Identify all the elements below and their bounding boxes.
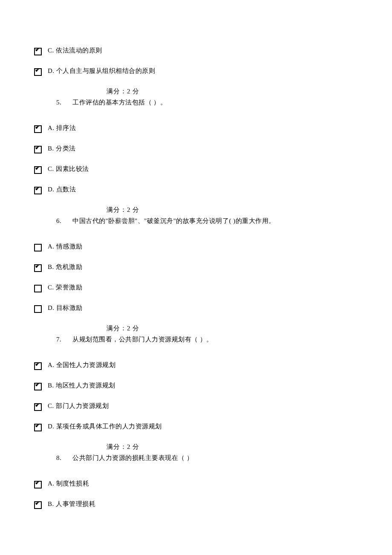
option-text: C. 因素比较法 [46, 164, 89, 174]
checkbox-checked-icon[interactable] [34, 383, 42, 390]
checkbox-unchecked-icon[interactable] [34, 244, 42, 251]
checkbox-checked-icon[interactable] [34, 501, 42, 509]
option-row: C. 因素比较法 [34, 164, 358, 174]
option-text: B. 人事管理损耗 [46, 499, 95, 509]
option-row: B. 人事管理损耗 [34, 499, 358, 509]
option-text: C. 部门人力资源规划 [46, 401, 109, 411]
question-line: 5.工作评估的基本方法包括（ ）。 [34, 97, 358, 107]
option-text: C. 依法流动的原则 [46, 45, 102, 55]
score-suffix: 分 [131, 206, 140, 213]
option-text: A. 制度性损耗 [46, 478, 89, 489]
question-text: 公共部门人力资源的损耗主要表现在（ ） [68, 454, 193, 461]
option-row: C. 依法流动的原则 [34, 45, 358, 55]
score-prefix: 满分： [107, 88, 127, 95]
checkbox-checked-icon[interactable] [34, 166, 42, 174]
question-text: 工作评估的基本方法包括（ ）。 [68, 99, 167, 106]
option-row: A. 排序法 [34, 123, 358, 133]
score-value: 2 [127, 443, 131, 450]
checkbox-checked-icon[interactable] [34, 424, 42, 431]
question-text: 从规划范围看，公共部门人力资源规划有（ ）。 [68, 336, 213, 343]
question-text: 中国古代的"卧薪尝胆"、"破釜沉舟"的故事充分说明了( )的重大作用。 [68, 217, 275, 224]
question-number: 6. [56, 216, 68, 226]
score-suffix: 分 [131, 325, 140, 332]
score-value: 2 [127, 88, 131, 95]
checkbox-checked-icon[interactable] [34, 125, 42, 133]
score-line: 满分：2 分 [34, 442, 358, 452]
checkbox-checked-icon[interactable] [34, 146, 42, 153]
score-prefix: 满分： [107, 443, 127, 450]
option-text: B. 危机激励 [46, 262, 82, 272]
option-row: B. 危机激励 [34, 262, 358, 272]
score-line: 满分：2 分 [34, 86, 358, 96]
question-line: 6.中国古代的"卧薪尝胆"、"破釜沉舟"的故事充分说明了( )的重大作用。 [34, 216, 358, 226]
checkbox-checked-icon[interactable] [34, 264, 42, 272]
option-row: B. 分类法 [34, 143, 358, 153]
option-row: A. 制度性损耗 [34, 478, 358, 489]
option-text: C. 荣誉激励 [46, 282, 82, 292]
score-value: 2 [127, 325, 131, 332]
score-line: 满分：2 分 [34, 205, 358, 215]
option-row: A. 情感激励 [34, 241, 358, 251]
option-row: C. 荣誉激励 [34, 282, 358, 292]
checkbox-checked-icon[interactable] [34, 403, 42, 411]
question-number: 7. [56, 334, 68, 344]
score-prefix: 满分： [107, 325, 127, 332]
option-row: D. 目标激励 [34, 303, 358, 313]
option-text: A. 全国性人力资源规划 [46, 360, 115, 370]
option-text: B. 地区性人力资源规划 [46, 380, 115, 390]
document-content: C. 依法流动的原则D. 个人自主与服从组织相结合的原则满分：2 分5.工作评估… [34, 45, 358, 509]
checkbox-checked-icon[interactable] [34, 187, 42, 194]
checkbox-checked-icon[interactable] [34, 68, 42, 76]
option-text: A. 排序法 [46, 123, 76, 133]
option-text: D. 个人自主与服从组织相结合的原则 [46, 66, 155, 76]
option-text: D. 目标激励 [46, 303, 83, 313]
question-line: 8.公共部门人力资源的损耗主要表现在（ ） [34, 453, 358, 463]
option-text: B. 分类法 [46, 143, 76, 153]
checkbox-checked-icon[interactable] [34, 481, 42, 489]
checkbox-checked-icon[interactable] [34, 362, 42, 370]
option-text: A. 情感激励 [46, 241, 83, 251]
option-row: D. 点数法 [34, 184, 358, 194]
score-value: 2 [127, 206, 131, 213]
option-text: D. 点数法 [46, 184, 76, 194]
option-row: B. 地区性人力资源规划 [34, 380, 358, 390]
score-suffix: 分 [131, 88, 140, 95]
question-number: 5. [56, 97, 68, 107]
option-row: D. 个人自主与服从组织相结合的原则 [34, 66, 358, 76]
option-row: C. 部门人力资源规划 [34, 401, 358, 411]
option-text: D. 某项任务或具体工作的人力资源规划 [46, 421, 162, 431]
score-line: 满分：2 分 [34, 323, 358, 333]
checkbox-unchecked-icon[interactable] [34, 285, 42, 292]
checkbox-checked-icon[interactable] [34, 48, 42, 55]
score-prefix: 满分： [107, 206, 127, 213]
score-suffix: 分 [131, 443, 140, 450]
question-line: 7.从规划范围看，公共部门人力资源规划有（ ）。 [34, 334, 358, 344]
option-row: D. 某项任务或具体工作的人力资源规划 [34, 421, 358, 431]
option-row: A. 全国性人力资源规划 [34, 360, 358, 370]
checkbox-unchecked-icon[interactable] [34, 305, 42, 313]
question-number: 8. [56, 453, 68, 463]
